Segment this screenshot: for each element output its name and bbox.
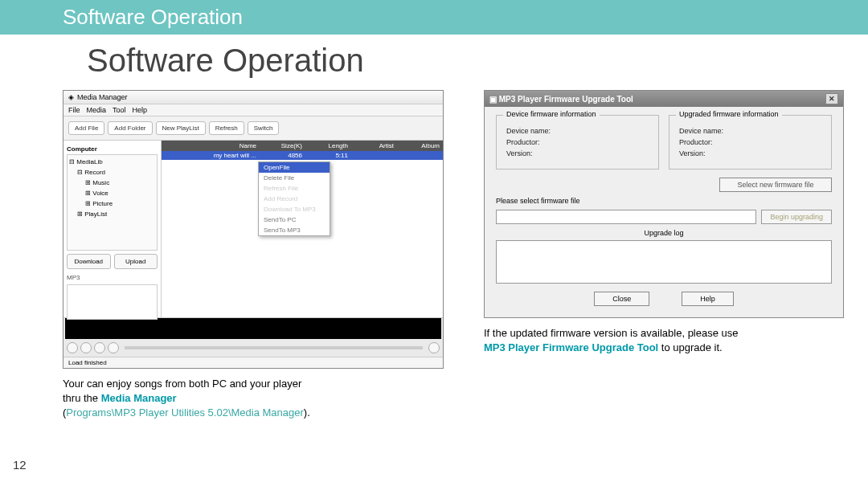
player-panel [63, 317, 443, 357]
dev-version-label: Version: [506, 149, 649, 157]
cap-l2a: thru the [63, 392, 101, 404]
grp2-title: Upgraded firmware information [676, 110, 782, 118]
page-number: 12 [13, 458, 27, 472]
list-row-selected[interactable]: my heart will ... 4856 5:11 [162, 151, 443, 160]
ft-title: MP3 Player Firmware Upgrade Tool [499, 95, 633, 104]
cell-length: 5:11 [302, 152, 348, 159]
btn-new-playlist[interactable]: New PlayList [156, 121, 206, 135]
player-stop-icon[interactable] [94, 342, 105, 353]
cell-artist [348, 152, 394, 159]
upgrade-log-box [496, 240, 832, 284]
dev-name-label: Device name: [506, 127, 649, 135]
player-next-icon[interactable] [108, 342, 119, 353]
btn-download[interactable]: Download [67, 254, 111, 269]
mm-title: Media Manager [77, 93, 128, 101]
mm-list-panel: Name Size(K) Length Artist Album my hear… [162, 141, 443, 317]
col-length: Length [302, 142, 348, 149]
upg-productor-label: Productor: [679, 138, 821, 146]
ctx-downloadmp3[interactable]: Download To MP3 [259, 204, 330, 214]
caption-right: If the updated firmware version is avail… [484, 326, 844, 355]
page-title: Software Operation [0, 35, 868, 90]
firmware-tool-window: ▣ MP3 Player Firmware Upgrade Tool ✕ Dev… [484, 90, 844, 318]
tree-item-playlist[interactable]: ⊞ PlayList [69, 209, 155, 219]
tree-item-picture[interactable]: ⊞ Picture [69, 198, 155, 209]
cell-album [394, 152, 440, 159]
btn-select-firmware[interactable]: Select new firmware file [719, 178, 832, 192]
player-progress[interactable] [125, 346, 423, 349]
btn-add-file[interactable]: Add File [68, 121, 104, 135]
caption-left: Your can enjoy songs from both PC and yo… [63, 377, 444, 420]
statusbar: Load finished [63, 357, 443, 368]
btn-switch[interactable]: Switch [248, 121, 280, 135]
cell-size: 4856 [256, 152, 302, 159]
mm-sidebar: Computer ⊟ MediaLib ⊟ Record ⊞ Music ⊞ V… [63, 141, 162, 317]
cell-name: my heart will ... [165, 152, 256, 159]
btn-close[interactable]: Close [594, 292, 649, 306]
close-icon[interactable]: ✕ [825, 93, 838, 104]
mm-menubar: File Media Tool Help [63, 104, 443, 116]
col-name: Name [165, 142, 256, 149]
ctx-sendtomp3[interactable]: SendTo MP3 [259, 225, 330, 235]
menu-help[interactable]: Help [133, 106, 148, 114]
btn-help[interactable]: Help [682, 292, 734, 306]
cap-l1: Your can enjoy songs from both PC and yo… [63, 378, 301, 390]
col-size: Size(K) [256, 142, 302, 149]
menu-tool[interactable]: Tool [113, 106, 126, 114]
ctx-openfile[interactable]: OpenFile [259, 162, 330, 173]
upgrade-log-label: Upgrade log [496, 229, 832, 237]
grp1-title: Device firmware information [503, 110, 600, 118]
tree-item-voice[interactable]: ⊞ Voice [69, 188, 155, 198]
app-icon: ◈ [68, 93, 74, 101]
tree-panel: ⊟ MediaLib ⊟ Record ⊞ Music ⊞ Voice ⊞ Pi… [67, 154, 158, 251]
mm-toolbar: Add File Add Folder New PlayList Refresh… [63, 116, 443, 141]
btn-refresh[interactable]: Refresh [209, 121, 244, 135]
firmware-file-input[interactable] [496, 210, 756, 224]
mp3-label: MP3 [67, 272, 158, 283]
menu-file[interactable]: File [68, 106, 80, 114]
context-menu: OpenFile Delete File Refresh File Add Re… [258, 161, 330, 236]
cap-r1: If the updated firmware version is avail… [484, 327, 739, 339]
upg-version-label: Version: [679, 149, 821, 157]
mm-titlebar: ◈ Media Manager [63, 91, 443, 104]
ctx-sendtopc[interactable]: SendTo PC [259, 214, 330, 225]
tree-item-music[interactable]: ⊞ Music [69, 178, 155, 188]
mp3-panel [67, 284, 158, 320]
col-album: Album [394, 142, 440, 149]
dev-productor-label: Productor: [506, 138, 649, 146]
group-upgraded-info: Upgraded firmware information Device nam… [669, 115, 832, 169]
cap-l3b: Programs\MP3 Player Utilities 5.02\Media… [66, 406, 304, 419]
ft-app-icon: ▣ [489, 95, 497, 104]
ctx-deletefile[interactable]: Delete File [259, 173, 330, 183]
upg-name-label: Device name: [679, 127, 821, 135]
col-artist: Artist [348, 142, 394, 149]
tree-item-record[interactable]: ⊟ Record [69, 167, 155, 178]
player-prev-icon[interactable] [67, 342, 78, 353]
menu-media[interactable]: Media [87, 106, 107, 114]
cap-r2a: MP3 Player Firmware Upgrade Tool [484, 341, 658, 353]
header-bar: Software Operation [0, 0, 868, 35]
btn-add-folder[interactable]: Add Folder [108, 121, 152, 135]
tree-header: Computer [67, 145, 97, 153]
player-play-icon[interactable] [80, 342, 92, 353]
ctx-addrecord[interactable]: Add Record [259, 194, 330, 204]
ft-titlebar: ▣ MP3 Player Firmware Upgrade Tool ✕ [485, 91, 843, 107]
tree-root[interactable]: ⊟ MediaLib [69, 157, 155, 167]
cap-l2b: Media Manager [101, 392, 177, 404]
player-track-display [65, 318, 441, 339]
cap-l3c: ). [304, 406, 310, 419]
btn-upload[interactable]: Upload [114, 254, 158, 269]
list-header: Name Size(K) Length Artist Album [162, 141, 443, 151]
btn-begin-upgrading[interactable]: Begin upgrading [761, 210, 832, 224]
ctx-refreshfile[interactable]: Refresh File [259, 183, 330, 194]
media-manager-window: ◈ Media Manager File Media Tool Help Add… [63, 90, 444, 369]
group-device-info: Device firmware information Device name:… [496, 115, 659, 169]
please-select-label: Please select firmware file [496, 197, 832, 205]
player-vol-icon[interactable] [428, 342, 440, 353]
cap-r2b: to upgrade it. [658, 341, 723, 353]
